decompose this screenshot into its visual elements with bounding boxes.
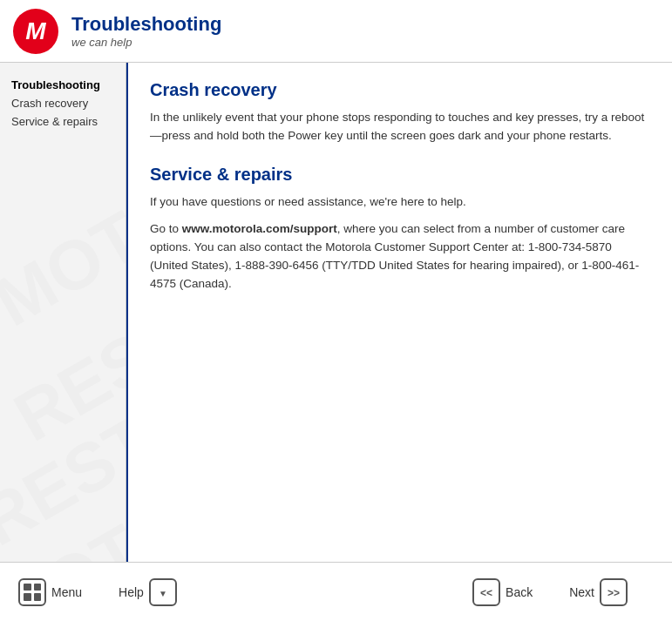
sidebar-item-crash-recovery[interactable]: Crash recovery	[7, 94, 119, 112]
page-wrapper: M Troubleshooting we can help Troublesho…	[0, 0, 672, 621]
next-button[interactable]: Next	[564, 575, 633, 610]
back-icon	[472, 578, 500, 606]
bottom-bar: Menu Help Back Next	[0, 562, 672, 621]
service-repairs-title: Service & repairs	[150, 165, 650, 185]
service-repairs-pre: Go to	[150, 222, 182, 235]
header: M Troubleshooting we can help	[0, 0, 672, 63]
main-content: Crash recovery In the unlikely event tha…	[126, 63, 672, 562]
service-repairs-text2: Go to www.motorola.com/support, where yo…	[150, 220, 650, 294]
motorola-logo: M	[13, 9, 58, 54]
service-repairs-link[interactable]: www.motorola.com/support	[182, 222, 337, 235]
crash-recovery-text: In the unlikely event that your phone st…	[150, 109, 650, 145]
sidebar: Troubleshooting Crash recovery Service &…	[0, 63, 126, 562]
next-icon	[600, 578, 628, 606]
help-icon	[149, 578, 177, 606]
page-title: Troubleshooting	[71, 13, 221, 36]
menu-button[interactable]: Menu	[13, 575, 87, 610]
back-button[interactable]: Back	[467, 575, 538, 610]
back-arrows-icon	[480, 585, 492, 599]
logo-letter: M	[25, 17, 45, 45]
page-subtitle: we can help	[71, 36, 221, 49]
sidebar-item-troubleshooting[interactable]: Troubleshooting	[7, 76, 119, 94]
content-area: Troubleshooting Crash recovery Service &…	[0, 63, 672, 562]
service-repairs-text1: If you have questions or need assistance…	[150, 193, 650, 212]
back-label: Back	[506, 585, 533, 599]
help-button[interactable]: Help	[113, 575, 182, 610]
menu-icon	[18, 578, 46, 606]
help-label: Help	[119, 585, 144, 599]
crash-recovery-title: Crash recovery	[150, 80, 650, 100]
menu-label: Menu	[51, 585, 82, 599]
next-label: Next	[569, 585, 594, 599]
sidebar-item-service-repairs[interactable]: Service & repairs	[7, 112, 119, 131]
chevron-down-icon	[159, 585, 167, 599]
header-text: Troubleshooting we can help	[71, 13, 221, 49]
next-arrows-icon	[608, 585, 620, 599]
menu-grid-icon	[24, 584, 41, 601]
